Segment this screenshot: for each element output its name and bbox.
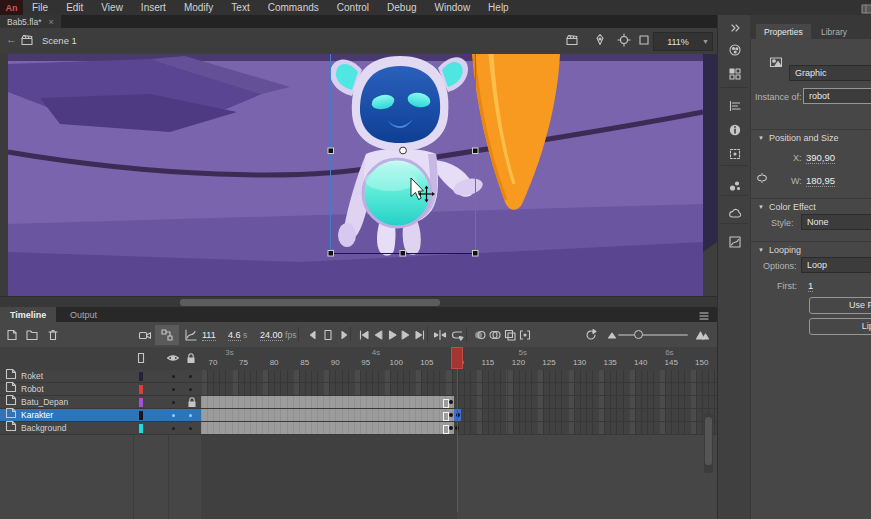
- motion-editor-icon[interactable]: [726, 233, 744, 251]
- add-camera-button[interactable]: [137, 327, 153, 343]
- timeline-zoom-slider[interactable]: [618, 334, 688, 336]
- section-position-size[interactable]: ▼ Position and Size: [751, 129, 871, 145]
- frame-row-karakter[interactable]: [201, 409, 717, 422]
- color-wheel-icon[interactable]: [726, 41, 744, 59]
- layer-color-swatch[interactable]: [139, 385, 143, 394]
- frame-row-roket[interactable]: [201, 370, 717, 383]
- eye-icon[interactable]: [166, 351, 180, 369]
- modify-markers-button[interactable]: [517, 327, 533, 343]
- playhead-line[interactable]: [457, 367, 458, 512]
- layer-row-karakter[interactable]: Karakter: [0, 409, 201, 422]
- close-icon[interactable]: ×: [49, 17, 54, 27]
- section-looping[interactable]: ▼ Looping: [751, 241, 871, 257]
- back-arrow-icon[interactable]: ←: [6, 33, 17, 45]
- layer-visibility-dot[interactable]: [172, 414, 175, 417]
- menu-commands[interactable]: Commands: [259, 0, 328, 15]
- layer-visibility-dot[interactable]: [172, 375, 175, 378]
- new-layer-button[interactable]: [4, 327, 20, 343]
- layer-row-roket[interactable]: Roket: [0, 370, 201, 383]
- delete-layer-button[interactable]: [45, 327, 61, 343]
- frame-span[interactable]: [201, 396, 454, 408]
- layer-color-swatch[interactable]: [139, 398, 143, 407]
- use-frame-picker-button[interactable]: Use Frame Picker: [809, 297, 871, 314]
- timeline-zoom-out-button[interactable]: [604, 327, 620, 343]
- layer-color-swatch[interactable]: [139, 372, 143, 381]
- menu-help[interactable]: Help: [479, 0, 518, 15]
- transform-point[interactable]: [400, 147, 407, 154]
- transform-icon[interactable]: [726, 145, 744, 163]
- outline-column-icon[interactable]: [134, 351, 148, 369]
- swatches-icon[interactable]: [726, 65, 744, 83]
- vscrollbar-thumb[interactable]: [705, 417, 712, 465]
- menu-text[interactable]: Text: [222, 0, 258, 15]
- workspace-icon[interactable]: [860, 2, 871, 20]
- menu-insert[interactable]: Insert: [132, 0, 175, 15]
- onion-outline-button[interactable]: [487, 327, 503, 343]
- frame-span[interactable]: [201, 422, 454, 434]
- slider-knob[interactable]: [634, 330, 643, 339]
- section-color-effect[interactable]: ▼ Color Effect: [751, 198, 871, 214]
- collapse-panels-icon[interactable]: [726, 19, 744, 37]
- tab-properties[interactable]: Properties: [756, 24, 811, 39]
- layer-row-batu_depan[interactable]: Batu_Depan: [0, 396, 201, 409]
- menu-edit[interactable]: Edit: [57, 0, 92, 15]
- stage[interactable]: [0, 54, 717, 296]
- layer-lock-dot[interactable]: [189, 388, 192, 391]
- loop-playback-button[interactable]: [450, 327, 466, 343]
- lip-syncing-button[interactable]: Lip Syncing: [809, 318, 871, 335]
- show-parenting-button[interactable]: [159, 327, 175, 343]
- layer-visibility-dot[interactable]: [172, 388, 175, 391]
- align-icon[interactable]: [726, 97, 744, 115]
- layer-row-background[interactable]: Background: [0, 422, 201, 435]
- layer-lock-dot[interactable]: [189, 414, 192, 417]
- go-to-last-frame-button[interactable]: [412, 327, 428, 343]
- layer-color-swatch[interactable]: [139, 411, 143, 420]
- creative-cloud-icon[interactable]: [726, 205, 744, 223]
- onion-prev-button[interactable]: [305, 327, 321, 343]
- center-playhead-button[interactable]: [432, 327, 448, 343]
- layer-depth-button[interactable]: [182, 327, 198, 343]
- menu-modify[interactable]: Modify: [175, 0, 222, 15]
- tab-output[interactable]: Output: [60, 307, 107, 322]
- timeline-zoom-in-button[interactable]: [694, 327, 710, 343]
- lock-icon[interactable]: [184, 351, 198, 369]
- menu-control[interactable]: Control: [328, 0, 378, 15]
- current-frame-indicator[interactable]: [320, 327, 336, 343]
- first-value[interactable]: 1: [808, 280, 813, 292]
- tab-timeline[interactable]: Timeline: [0, 307, 56, 322]
- onion-next-button[interactable]: [336, 327, 352, 343]
- center-frame-icon[interactable]: [617, 33, 631, 51]
- new-folder-button[interactable]: [24, 327, 40, 343]
- menu-view[interactable]: View: [92, 0, 132, 15]
- scene-name[interactable]: Scene 1: [42, 35, 77, 46]
- layer-visibility-dot[interactable]: [172, 401, 175, 404]
- menu-window[interactable]: Window: [426, 0, 480, 15]
- w-value[interactable]: 180,95: [806, 175, 835, 187]
- frame-row-robot[interactable]: [201, 383, 717, 396]
- layer-lock-dot[interactable]: [189, 427, 192, 430]
- instance-name-field[interactable]: robot: [803, 88, 871, 104]
- onion-skin-button[interactable]: [472, 327, 488, 343]
- frame-rate[interactable]: 24.00 fps: [260, 330, 296, 340]
- brush-library-icon[interactable]: [726, 177, 744, 195]
- menu-file[interactable]: File: [23, 0, 57, 15]
- menu-debug[interactable]: Debug: [378, 0, 425, 15]
- layer-row-robot[interactable]: Robot: [0, 383, 201, 396]
- x-value[interactable]: 390,90: [806, 152, 835, 164]
- info-icon[interactable]: [726, 121, 744, 139]
- symbol-type-select[interactable]: Graphic: [789, 65, 871, 81]
- link-broken-icon[interactable]: [755, 171, 769, 189]
- frames-vscrollbar[interactable]: [704, 413, 713, 473]
- layer-color-swatch[interactable]: [139, 424, 143, 433]
- frame-row-batu_depan[interactable]: [201, 396, 717, 409]
- stage-zoom-select[interactable]: 111% ▼: [653, 32, 713, 51]
- edit-symbols-icon[interactable]: [593, 33, 607, 51]
- frame-span[interactable]: [201, 409, 454, 421]
- edit-multiple-frames-button[interactable]: [502, 327, 518, 343]
- document-tab[interactable]: Bab5.fla* ×: [0, 15, 61, 28]
- reset-timeline-zoom-button[interactable]: [583, 327, 599, 343]
- clip-content-icon[interactable]: [637, 33, 651, 51]
- style-select[interactable]: None: [801, 214, 871, 230]
- edit-scene-icon[interactable]: [565, 33, 579, 51]
- hscrollbar-thumb[interactable]: [180, 299, 440, 306]
